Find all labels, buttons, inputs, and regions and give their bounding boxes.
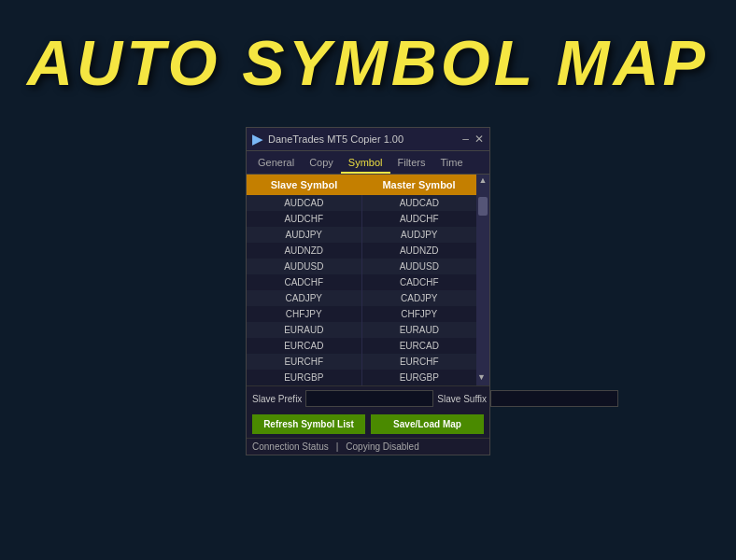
slave-cell: AUDNZD <box>247 243 362 259</box>
slave-cell: EURCHF <box>247 354 362 370</box>
tab-filters[interactable]: Filters <box>390 153 433 174</box>
table-row: CADCHF CADCHF <box>247 274 476 290</box>
nav-tabs: General Copy Symbol Filters Time <box>247 151 489 175</box>
minimize-button[interactable]: – <box>462 133 469 145</box>
slave-prefix-input[interactable] <box>305 390 433 407</box>
table-row: AUDCHF AUDCHF <box>247 211 476 227</box>
fields-row: Slave Prefix Slave Suffix <box>247 385 489 411</box>
master-cell: EURCHF <box>362 354 477 370</box>
app-icon: ▶ <box>252 132 262 147</box>
title-bar-controls: – ✕ <box>462 133 484 145</box>
slave-suffix-input[interactable] <box>490 390 618 407</box>
master-cell: CADJPY <box>362 290 477 306</box>
table-row: EURCHF EURCHF <box>247 354 476 370</box>
table-row: AUDCAD AUDCAD <box>247 195 476 211</box>
master-cell: CADCHF <box>362 274 477 290</box>
buttons-row: Refresh Symbol List Save/Load Map <box>247 411 489 438</box>
slave-cell: EURGBP <box>247 370 362 385</box>
table-header: Slave Symbol Master Symbol ▲ <box>247 175 489 195</box>
slave-cell: EURCAD <box>247 338 362 354</box>
title-bar-text: DaneTrades MT5 Copier 1.00 <box>268 133 403 145</box>
app-window: ▶ DaneTrades MT5 Copier 1.00 – ✕ General… <box>246 127 490 455</box>
master-cell: EURGBP <box>362 370 477 385</box>
tab-symbol[interactable]: Symbol <box>341 153 390 174</box>
refresh-symbol-list-button[interactable]: Refresh Symbol List <box>252 414 365 434</box>
tab-copy[interactable]: Copy <box>302 153 341 174</box>
title-bar-left: ▶ DaneTrades MT5 Copier 1.00 <box>252 132 403 147</box>
table-row: CHFJPY CHFJPY <box>247 306 476 322</box>
slave-cell: AUDCAD <box>247 195 362 211</box>
tab-general[interactable]: General <box>250 153 302 174</box>
save-load-map-button[interactable]: Save/Load Map <box>371 414 484 434</box>
master-cell: EURAUD <box>362 322 477 338</box>
slave-suffix-label: Slave Suffix <box>437 394 487 404</box>
master-cell: AUDUSD <box>362 259 477 274</box>
tab-time[interactable]: Time <box>432 153 470 174</box>
slave-cell: AUDUSD <box>247 259 362 274</box>
page-title: AUTO SYMBOL MAP <box>0 26 736 99</box>
master-cell: AUDCAD <box>362 195 477 211</box>
scroll-down-arrow[interactable]: ▼ <box>475 371 488 384</box>
table-row: AUDJPY AUDJPY <box>247 227 476 243</box>
table-row: AUDNZD AUDNZD <box>247 243 476 259</box>
master-cell: AUDNZD <box>362 243 477 259</box>
slave-cell: CHFJPY <box>247 306 362 322</box>
status-divider: | <box>336 441 339 452</box>
master-symbol-header: Master Symbol <box>361 175 476 195</box>
slave-cell: CADJPY <box>247 290 362 306</box>
connection-status: Connection Status <box>252 441 329 452</box>
table-row: AUDUSD AUDUSD <box>247 259 476 274</box>
slave-cell: AUDCHF <box>247 211 362 227</box>
close-button[interactable]: ✕ <box>474 133 484 145</box>
table-row: EURCAD EURCAD <box>247 338 476 354</box>
scrollbar-thumb[interactable] <box>478 197 488 216</box>
slave-cell: CADCHF <box>247 274 362 290</box>
status-bar: Connection Status | Copying Disabled <box>247 438 489 455</box>
title-bar: ▶ DaneTrades MT5 Copier 1.00 – ✕ <box>247 128 489 151</box>
table-row: CADJPY CADJPY <box>247 290 476 306</box>
symbol-table: Slave Symbol Master Symbol ▲ AUDCAD AUDC… <box>247 175 489 385</box>
scroll-up-arrow[interactable]: ▲ <box>477 175 489 187</box>
slave-cell: AUDJPY <box>247 227 362 243</box>
table-body: AUDCAD AUDCAD AUDCHF AUDCHF AUDJPY AUDJP… <box>247 195 489 385</box>
scrollbar-top: ▲ <box>476 175 489 195</box>
scrollbar-track[interactable]: ▼ <box>476 195 489 385</box>
slave-cell: EURAUD <box>247 322 362 338</box>
slave-symbol-header: Slave Symbol <box>247 175 361 195</box>
table-row: EURGBP EURGBP <box>247 370 476 385</box>
table-row: EURAUD EURAUD <box>247 322 476 338</box>
copying-status: Copying Disabled <box>346 441 418 452</box>
master-cell: CHFJPY <box>362 306 477 322</box>
master-cell: AUDCHF <box>362 211 477 227</box>
master-cell: AUDJPY <box>362 227 477 243</box>
title-area: AUTO SYMBOL MAP <box>0 0 736 118</box>
master-cell: EURCAD <box>362 338 477 354</box>
slave-prefix-label: Slave Prefix <box>252 394 302 404</box>
table-rows: AUDCAD AUDCAD AUDCHF AUDCHF AUDJPY AUDJP… <box>247 195 476 385</box>
